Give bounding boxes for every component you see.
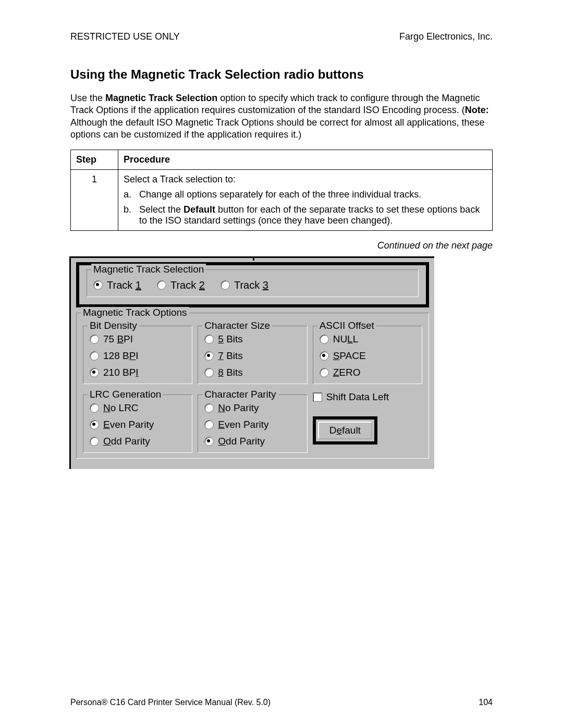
radio-parity-odd[interactable]: Odd Parity: [204, 436, 300, 447]
radio-7-bits[interactable]: 7 Bits: [204, 350, 300, 362]
character-size-group: Character Size 5 Bits 7 Bits 8 Bits: [198, 326, 307, 384]
radio-no-lrc[interactable]: No LRC: [90, 402, 186, 414]
radio-track-1[interactable]: Track 1: [93, 279, 141, 291]
options-legend: Magnetic Track Options: [81, 307, 189, 318]
character-parity-group: Character Parity No Parity Even Parity O…: [198, 394, 307, 453]
radio-zero[interactable]: ZERO: [320, 367, 415, 378]
intro-paragraph: Use the Magnetic Track Selection option …: [70, 92, 493, 141]
radio-210-bpi[interactable]: 210 BPI: [90, 367, 186, 378]
radio-space[interactable]: SPACE: [320, 350, 415, 362]
table-row: 1 Select a Track selection to: a. Change…: [71, 169, 493, 230]
page-footer: Persona® C16 Card Printer Service Manual…: [70, 698, 493, 707]
checkbox-shift-data-left[interactable]: Shift Data Left: [313, 391, 422, 403]
radio-lrc-odd[interactable]: Odd Parity: [90, 436, 186, 447]
right-column: Shift Data Left Default: [313, 389, 422, 453]
header-right: Fargo Electronics, Inc.: [399, 31, 493, 42]
dialog-panel: Magnetic Track Selection Track 1 Track 2…: [69, 256, 434, 469]
continued-note: Continued on the next page: [70, 240, 493, 251]
col-procedure: Procedure: [118, 150, 493, 169]
magnetic-track-options: Magnetic Track Options Bit Density 75 BP…: [76, 313, 429, 459]
radio-parity-even[interactable]: Even Parity: [204, 419, 300, 430]
page-number: 104: [479, 698, 493, 707]
step-number: 1: [71, 169, 118, 230]
radio-8-bits[interactable]: 8 Bits: [204, 367, 300, 378]
radio-lrc-even[interactable]: Even Parity: [90, 419, 186, 430]
lrc-generation-group: LRC Generation No LRC Even Parity Odd Pa…: [83, 394, 192, 453]
default-button[interactable]: Default: [318, 422, 372, 439]
radio-null[interactable]: NULL: [320, 334, 415, 345]
radio-75-bpi[interactable]: 75 BPI: [90, 334, 186, 345]
list-item: b. Select the Default button for each of…: [124, 204, 487, 226]
radio-128-bpi[interactable]: 128 BPI: [90, 350, 186, 362]
footer-left: Persona® C16 Card Printer Service Manual…: [70, 698, 271, 707]
radio-no-parity[interactable]: No Parity: [204, 402, 300, 414]
track-selection-legend: Magnetic Track Selection: [91, 264, 206, 275]
page-header: RESTRICTED USE ONLY Fargo Electronics, I…: [70, 31, 493, 42]
radio-5-bits[interactable]: 5 Bits: [204, 334, 300, 345]
section-title: Using the Magnetic Track Selection radio…: [70, 67, 493, 82]
bit-density-group: Bit Density 75 BPI 128 BPI 210 BPI: [83, 326, 192, 384]
radio-track-2[interactable]: Track 2: [157, 279, 205, 291]
radio-track-3[interactable]: Track 3: [221, 279, 268, 291]
default-button-highlight: Default: [313, 416, 377, 445]
track-selection-highlight: Magnetic Track Selection Track 1 Track 2…: [76, 262, 429, 307]
col-step: Step: [71, 150, 118, 169]
step-content: Select a Track selection to: a. Change a…: [118, 169, 493, 230]
list-item: a. Change all options separately for eac…: [124, 189, 487, 200]
ascii-offset-group: ASCII Offset NULL SPACE ZERO: [313, 326, 422, 384]
procedure-table: Step Procedure 1 Select a Track selectio…: [70, 150, 493, 231]
header-left: RESTRICTED USE ONLY: [70, 31, 180, 42]
